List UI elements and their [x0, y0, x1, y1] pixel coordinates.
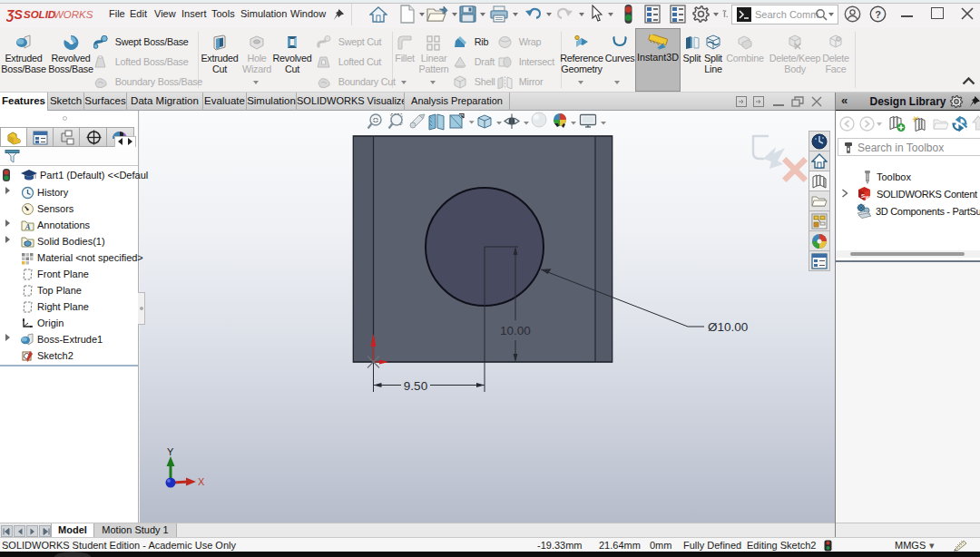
svg-text:S: S [861, 193, 865, 199]
svg-text:?: ? [875, 9, 881, 20]
svg-text:Ø10.00: Ø10.00 [708, 320, 748, 334]
svg-text:SOLID: SOLID [24, 9, 55, 20]
svg-text:W: W [866, 195, 871, 200]
svg-text:X: X [198, 476, 205, 487]
svg-text:ƷS: ƷS [6, 7, 24, 22]
svg-text:9.50: 9.50 [404, 379, 427, 393]
svg-text:Y: Y [167, 446, 174, 457]
svg-text:A: A [24, 222, 31, 231]
svg-text:WORKS: WORKS [54, 9, 93, 20]
svg-text:10.00: 10.00 [500, 324, 531, 337]
